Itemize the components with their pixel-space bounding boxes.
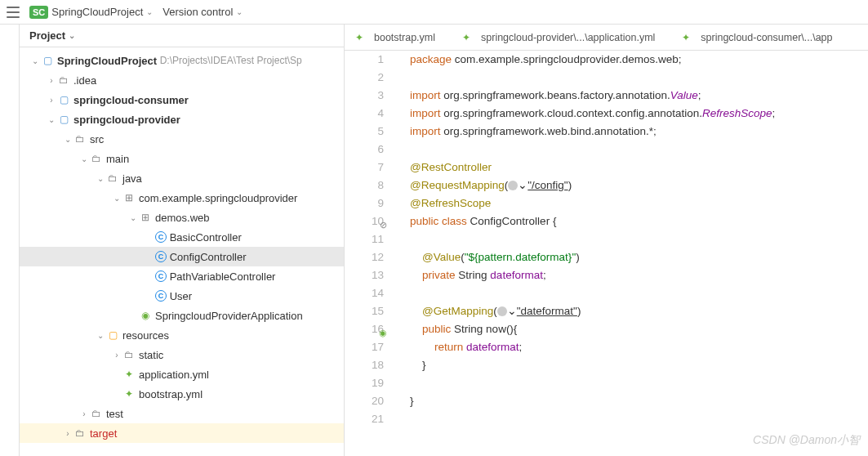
module-icon: ▢ xyxy=(57,113,70,126)
tree-folder-static[interactable]: ›🗀static xyxy=(20,345,344,364)
yml-icon: ✦ xyxy=(353,31,366,44)
package-icon: ⊞ xyxy=(122,191,136,204)
tree-package[interactable]: ⌄⊞com.example.springcloudprovider xyxy=(20,188,344,208)
title-bar: SC SpringCloudProject ⌄ Version control … xyxy=(0,0,868,25)
tree-class-basic[interactable]: C BasicController xyxy=(20,227,344,247)
tree-module-provider[interactable]: ⌄▢springcloud-provider xyxy=(20,110,344,129)
tree-folder-src[interactable]: ⌄🗀src xyxy=(20,129,344,149)
folder-icon: 🗀 xyxy=(73,132,87,145)
tree-folder-main[interactable]: ⌄🗀main xyxy=(20,149,344,168)
panel-header[interactable]: Project ⌄ xyxy=(20,25,344,47)
folder-icon: 🗀 xyxy=(57,74,70,87)
editor-tabs: ✦bootstrap.yml ✦springcloud-provider\...… xyxy=(345,25,868,51)
tree-root[interactable]: ⌄▢SpringCloudProject D:\Projects\IDEA\Te… xyxy=(20,51,344,70)
tree-class-user[interactable]: C User xyxy=(20,286,344,306)
chevron-down-icon: ⌄ xyxy=(236,7,243,16)
class-icon: C xyxy=(155,290,167,302)
tree-file-appyml[interactable]: ✦application.yml xyxy=(20,364,344,384)
folder-icon: 🗀 xyxy=(90,407,103,420)
folder-icon: 🗀 xyxy=(122,348,136,361)
project-panel: Project ⌄ ⌄▢SpringCloudProject D:\Projec… xyxy=(20,25,345,456)
web-icon xyxy=(508,181,518,190)
gutter-bean-icon[interactable]: ◉ xyxy=(376,324,387,335)
vcs-menu[interactable]: Version control ⌄ xyxy=(162,6,243,18)
chevron-down-icon: ⌄ xyxy=(146,7,153,16)
module-icon: ▢ xyxy=(41,54,54,67)
spring-icon: ◉ xyxy=(139,309,152,322)
package-icon: ⊞ xyxy=(139,211,152,224)
line-gutter: 123456789101112131415161718192021 ⊘ ◉ xyxy=(345,51,390,456)
editor-area: ✦bootstrap.yml ✦springcloud-provider\...… xyxy=(345,25,868,456)
tab-provider-app[interactable]: ✦springcloud-provider\...\application.ym… xyxy=(460,31,655,44)
folder-icon: 🗀 xyxy=(106,172,119,185)
main-menu-icon[interactable] xyxy=(7,7,20,18)
watermark: CSDN @Damon小智 xyxy=(753,433,860,448)
gutter-inspection-icon[interactable]: ⊘ xyxy=(376,216,387,227)
tree-class-app[interactable]: ◉SpringcloudProviderApplication xyxy=(20,306,344,325)
tree-folder-java[interactable]: ⌄🗀java xyxy=(20,168,344,188)
tree-package-demos[interactable]: ⌄⊞demos.web xyxy=(20,208,344,227)
tree-folder-idea[interactable]: ›🗀.idea xyxy=(20,70,344,90)
project-selector[interactable]: SC SpringCloudProject ⌄ xyxy=(29,6,153,19)
tool-sidebar xyxy=(0,25,20,456)
class-icon: C xyxy=(155,251,167,262)
yml-icon: ✦ xyxy=(122,368,136,381)
tree-file-bootyml[interactable]: ✦bootstrap.yml xyxy=(20,384,344,404)
folder-icon: 🗀 xyxy=(90,152,103,165)
tree-module-consumer[interactable]: ›▢springcloud-consumer xyxy=(20,90,344,110)
chevron-down-icon: ⌄ xyxy=(69,31,75,40)
folder-icon: 🗀 xyxy=(73,427,87,440)
project-tree: ⌄▢SpringCloudProject D:\Projects\IDEA\Te… xyxy=(20,47,344,456)
project-badge: SC xyxy=(29,6,48,19)
module-icon: ▢ xyxy=(57,93,70,106)
web-icon xyxy=(497,306,507,316)
tree-class-pathvar[interactable]: C PathVariableController xyxy=(20,266,344,286)
code-editor[interactable]: 123456789101112131415161718192021 ⊘ ◉ pa… xyxy=(345,51,868,456)
yml-icon: ✦ xyxy=(122,387,136,400)
tree-class-config[interactable]: C ConfigController xyxy=(20,247,344,266)
code-content[interactable]: package com.example.springcloudprovider.… xyxy=(390,51,868,456)
tree-folder-test[interactable]: ›🗀test xyxy=(20,404,344,423)
tab-bootstrap[interactable]: ✦bootstrap.yml xyxy=(353,31,435,44)
tab-consumer-app[interactable]: ✦springcloud-consumer\...\app xyxy=(679,31,832,44)
yml-icon: ✦ xyxy=(679,31,692,44)
tree-folder-target[interactable]: ›🗀target xyxy=(20,423,344,443)
class-icon: C xyxy=(155,270,167,282)
resources-icon: ▢ xyxy=(106,329,119,342)
yml-icon: ✦ xyxy=(460,31,473,44)
class-icon: C xyxy=(155,231,167,243)
tree-folder-resources[interactable]: ⌄▢resources xyxy=(20,325,344,345)
